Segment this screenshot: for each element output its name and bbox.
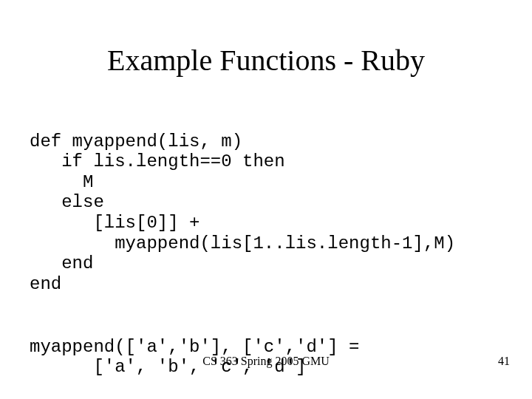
footer-page-number: 41 bbox=[498, 355, 510, 368]
example-line-1: myappend(['a','b'], ['c','d'] = bbox=[30, 337, 359, 357]
example-block: myappend(['a','b'], ['c','d'] = ['a', 'b… bbox=[30, 316, 502, 378]
code-line-7: end bbox=[30, 253, 93, 273]
slide-title: Example Functions - Ruby bbox=[0, 43, 532, 78]
slide: Example Functions - Ruby def myappend(li… bbox=[0, 0, 532, 399]
code-line-8: end bbox=[30, 274, 61, 294]
code-block: def myappend(lis, m) if lis.length==0 th… bbox=[30, 111, 502, 294]
code-line-5: [lis[0]] + bbox=[30, 213, 200, 233]
code-line-2: if lis.length==0 then bbox=[30, 151, 285, 171]
code-line-3: M bbox=[30, 172, 93, 192]
footer-course: CS 363 Spring 2005 GMU bbox=[0, 355, 532, 368]
code-line-1: def myappend(lis, m) bbox=[30, 132, 242, 151]
code-line-4: else bbox=[30, 192, 104, 212]
code-line-6: myappend(lis[1..lis.length-1],M) bbox=[30, 233, 455, 253]
